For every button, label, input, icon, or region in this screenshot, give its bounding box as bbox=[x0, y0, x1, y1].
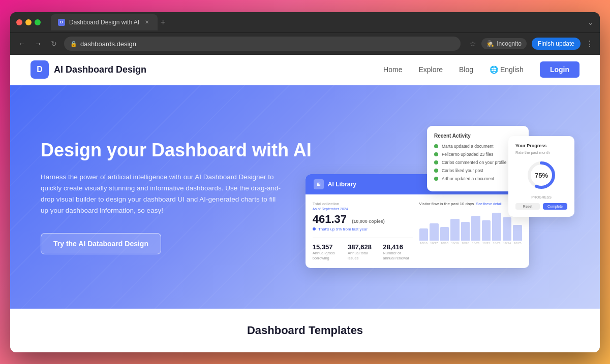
stat-annual-gross: 15,357 Annual gross borrowing bbox=[313, 243, 343, 261]
progress-card: Your Progress Rate the past month 75% PR… bbox=[508, 136, 574, 217]
window-controls: ⌄ bbox=[588, 18, 594, 26]
bookmark-icon[interactable]: ☆ bbox=[470, 40, 476, 48]
site-navigation: D AI Dashboard Design Home Explore Blog … bbox=[10, 55, 600, 85]
finish-update-button[interactable]: Finish update bbox=[532, 38, 581, 50]
reload-button[interactable]: ↻ bbox=[49, 38, 59, 50]
language-selector[interactable]: 🌐 English bbox=[490, 65, 524, 74]
hero-section: Design your Dashboard with AI Harness th… bbox=[10, 85, 600, 309]
chart-x-label: 10/23 bbox=[492, 242, 501, 245]
stat-annual-total-label: Annual total issues bbox=[348, 251, 378, 261]
stat-annual-renewal-label: Number of annual renewal bbox=[383, 251, 413, 261]
change-dot-icon bbox=[313, 227, 316, 230]
back-button[interactable]: ← bbox=[16, 38, 27, 50]
progress-title: Your Progress bbox=[515, 143, 567, 148]
activity-dot-icon bbox=[434, 152, 438, 156]
recent-activity-title: Recent Activity bbox=[434, 133, 522, 139]
chart-x-label: 10/16 bbox=[419, 242, 429, 245]
chart-label: Visitor flow in the past 10 days bbox=[419, 202, 474, 206]
incognito-label: Incognito bbox=[497, 40, 522, 47]
stat-annual-renewal-value: 28,416 bbox=[383, 243, 413, 251]
hero-cta-button[interactable]: Try the AI Databoard Design bbox=[41, 233, 161, 254]
collection-value: 461.37 (10,000 copies) bbox=[313, 214, 413, 225]
activity-text: Marta updated a document bbox=[442, 144, 494, 149]
activity-dot-icon bbox=[434, 177, 438, 181]
browser-window: D Dashboard Design with AI ✕ + ⌄ ← → ↻ 🔒… bbox=[10, 12, 600, 352]
bar-col bbox=[482, 220, 491, 241]
reset-button[interactable]: Reset bbox=[515, 203, 540, 210]
stat-annual-renewal: 28,416 Number of annual renewal bbox=[383, 243, 413, 261]
url-text: dashboards.design bbox=[80, 40, 136, 48]
logo-letter: D bbox=[37, 65, 43, 74]
chart-x-label: 10/19 bbox=[450, 242, 460, 245]
hero-description: Harness the power of artificial intellig… bbox=[41, 172, 285, 217]
minimize-button[interactable] bbox=[25, 19, 32, 25]
logo-text: AI Dashboard Design bbox=[54, 64, 146, 75]
bar bbox=[461, 222, 470, 241]
site-logo: D AI Dashboard Design bbox=[30, 60, 146, 79]
bar-col bbox=[430, 223, 439, 241]
bar-col bbox=[440, 227, 449, 241]
activity-dot-icon bbox=[434, 169, 438, 173]
bar bbox=[440, 227, 449, 241]
progress-circle-container: 75% bbox=[515, 160, 567, 190]
chart-x-label: 10/21 bbox=[471, 242, 480, 245]
logo-icon: D bbox=[30, 60, 49, 79]
progress-circle: 75% bbox=[526, 160, 557, 190]
ai-library-body: Total collection As of September 2024 46… bbox=[306, 194, 529, 268]
language-label: English bbox=[500, 65, 524, 74]
browser-tab[interactable]: D Dashboard Design with AI ✕ bbox=[51, 14, 158, 30]
stat-annual-total: 387,628 Annual total issues bbox=[348, 243, 378, 261]
tab-favicon-icon: D bbox=[58, 19, 65, 26]
bar-col bbox=[461, 222, 470, 241]
complete-button[interactable]: Complete bbox=[543, 203, 567, 210]
nav-explore-link[interactable]: Explore bbox=[418, 65, 442, 74]
chart-x-labels: 10/1610/1710/1810/1910/2010/2110/2210/23… bbox=[419, 242, 522, 245]
bar bbox=[450, 219, 460, 241]
ai-library-title: AI Library bbox=[328, 181, 356, 188]
bar-col bbox=[492, 213, 501, 241]
ai-library-icon: ⊞ bbox=[314, 179, 324, 189]
activity-text: Felicerno uploaded 23 files bbox=[442, 152, 494, 157]
hero-title: Design your Dashboard with AI bbox=[41, 139, 316, 161]
incognito-badge: 🕵 Incognito bbox=[481, 38, 527, 49]
chart-header: Visitor flow in the past 10 days See the… bbox=[419, 202, 522, 206]
new-tab-button[interactable]: + bbox=[161, 18, 165, 27]
maximize-button[interactable] bbox=[35, 19, 41, 25]
forward-button[interactable]: → bbox=[33, 38, 44, 50]
bar bbox=[471, 216, 480, 241]
chart-link[interactable]: See these detail bbox=[476, 202, 501, 206]
activity-text: Arthur updated a document bbox=[442, 176, 494, 181]
bar bbox=[430, 223, 439, 241]
collection-label: Total collection bbox=[313, 202, 413, 206]
address-bar: ← → ↻ 🔒 dashboards.design ☆ 🕵 Incognito … bbox=[10, 32, 600, 55]
nav-blog-link[interactable]: Blog bbox=[459, 65, 473, 74]
globe-icon: 🌐 bbox=[490, 65, 498, 74]
url-field[interactable]: 🔒 dashboards.design bbox=[64, 37, 461, 51]
templates-title: Dashboard Templates bbox=[30, 324, 580, 337]
incognito-icon: 🕵 bbox=[486, 40, 494, 47]
stat-annual-total-value: 387,628 bbox=[348, 243, 378, 251]
hero-visual: Recent Activity Marta updated a document… bbox=[316, 126, 569, 268]
activity-dot-icon bbox=[434, 144, 438, 148]
ai-library-left: Total collection As of September 2024 46… bbox=[313, 202, 413, 261]
bar-col bbox=[503, 217, 512, 241]
bar-col bbox=[513, 225, 522, 241]
nav-home-link[interactable]: Home bbox=[383, 65, 402, 74]
traffic-lights bbox=[16, 19, 41, 25]
progress-actions: Reset Complete bbox=[515, 203, 567, 210]
stat-annual-gross-label: Annual gross borrowing bbox=[313, 251, 343, 261]
login-button[interactable]: Login bbox=[540, 61, 580, 78]
tab-close-icon[interactable]: ✕ bbox=[143, 19, 150, 26]
close-button[interactable] bbox=[16, 19, 22, 25]
stat-annual-gross-value: 15,357 bbox=[313, 243, 343, 251]
tab-title: Dashboard Design with AI bbox=[69, 19, 139, 26]
bar bbox=[503, 217, 512, 241]
bar-col bbox=[450, 219, 460, 241]
more-options-button[interactable]: ⋮ bbox=[586, 39, 594, 49]
bar-col bbox=[419, 228, 429, 241]
ai-library-right: Visitor flow in the past 10 days See the… bbox=[419, 202, 522, 261]
progress-subtitle: Rate the past month bbox=[515, 150, 567, 155]
progress-percentage: 75% bbox=[535, 171, 548, 179]
visitor-flow-chart bbox=[419, 210, 522, 241]
site-nav-links: Home Explore Blog 🌐 English Login bbox=[383, 61, 580, 78]
